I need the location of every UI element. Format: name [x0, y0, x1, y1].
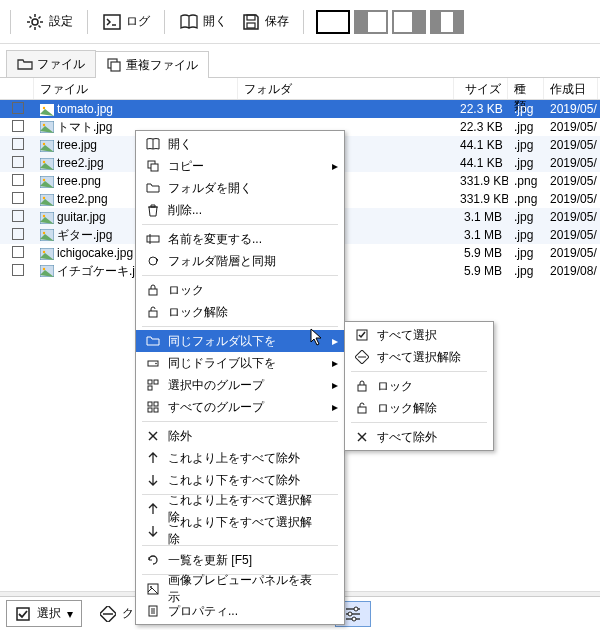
svg-rect-45 [148, 386, 152, 390]
tab-duplicates[interactable]: 重複ファイル [95, 51, 209, 78]
ctx-same-folder[interactable]: 同じフォルダ以下を▸ [136, 330, 344, 352]
ctx-lock[interactable]: ロック [136, 279, 344, 301]
book-icon [142, 137, 164, 151]
svg-point-42 [155, 363, 157, 365]
log-button[interactable]: ログ [96, 8, 156, 36]
svg-rect-14 [111, 62, 120, 71]
file-name: tomato.jpg [57, 102, 113, 116]
file-size: 5.9 MB [454, 263, 508, 279]
ctx-desel-below[interactable]: これより下をすべて選択解除 [136, 520, 344, 542]
row-checkbox[interactable] [12, 120, 24, 132]
folder-icon [17, 57, 33, 71]
chevron-right-icon: ▸ [332, 159, 338, 173]
ctx-sel-group[interactable]: 選択中のグループ▸ [136, 374, 344, 396]
save-icon [241, 12, 261, 32]
ctx-refresh[interactable]: 一覧を更新 [F5] [136, 549, 344, 571]
col-type[interactable]: 種類 [508, 78, 544, 99]
file-type: .jpg [508, 155, 544, 171]
view-mode-buttons [316, 10, 464, 34]
arrow-up-icon [142, 451, 164, 465]
image-file-icon [40, 248, 54, 260]
file-type: .jpg [508, 245, 544, 261]
unlock-icon [351, 401, 373, 415]
svg-point-24 [43, 179, 45, 181]
chevron-down-icon: ▾ [67, 607, 73, 621]
row-checkbox[interactable] [12, 246, 24, 258]
svg-rect-47 [154, 402, 158, 406]
groups-icon [142, 400, 164, 414]
ctx-preview[interactable]: 画像プレビューパネルを表示 [136, 578, 344, 600]
ctx-unlock[interactable]: ロック解除 [136, 301, 344, 323]
svg-point-22 [43, 161, 45, 163]
col-date[interactable]: 作成日 [544, 78, 598, 99]
sub-unlock[interactable]: ロック解除 [345, 397, 493, 419]
ctx-open-folder[interactable]: フォルダを開く [136, 177, 344, 199]
ctx-copy[interactable]: コピー▸ [136, 155, 344, 177]
file-type: .png [508, 191, 544, 207]
col-folder[interactable]: フォルダ [238, 78, 454, 99]
file-size: 44.1 KB [454, 155, 508, 171]
ctx-rename[interactable]: 名前を変更する... [136, 228, 344, 250]
svg-point-34 [43, 268, 45, 270]
svg-point-28 [43, 215, 45, 217]
col-size[interactable]: サイズ [454, 78, 508, 99]
context-submenu: すべて選択 すべて選択解除 ロック ロック解除 すべて除外 [344, 321, 494, 451]
col-file[interactable]: ファイル [34, 78, 238, 99]
ctx-excl-below[interactable]: これより下をすべて除外 [136, 469, 344, 491]
log-label: ログ [126, 13, 150, 30]
view-split-left-button[interactable] [354, 10, 388, 34]
folder-icon [142, 334, 164, 348]
ctx-excl-above[interactable]: これより上をすべて除外 [136, 447, 344, 469]
svg-rect-12 [247, 23, 255, 28]
row-checkbox[interactable] [12, 138, 24, 150]
file-date: 2019/05/ [544, 137, 598, 153]
drive-icon [142, 356, 164, 370]
ctx-sync[interactable]: フォルダ階層と同期 [136, 250, 344, 272]
uncheck-icon [351, 350, 373, 364]
ctx-all-groups[interactable]: すべてのグループ▸ [136, 396, 344, 418]
ctx-same-drive[interactable]: 同じドライブ以下を▸ [136, 352, 344, 374]
file-type: .jpg [508, 263, 544, 279]
settings-label: 設定 [49, 13, 73, 30]
svg-rect-39 [149, 289, 157, 295]
image-icon [142, 582, 164, 596]
toolbar: 設定 ログ 開く 保存 [0, 0, 600, 44]
row-checkbox[interactable] [12, 192, 24, 204]
table-row[interactable]: tomato.jpg22.3 KB.jpg2019/05/ [0, 100, 600, 118]
sub-deselect-all[interactable]: すべて選択解除 [345, 346, 493, 368]
row-checkbox[interactable] [12, 174, 24, 186]
row-checkbox[interactable] [12, 228, 24, 240]
sub-exclude-all[interactable]: すべて除外 [345, 426, 493, 448]
sliders-icon [344, 606, 362, 622]
properties-icon [142, 604, 164, 618]
select-button[interactable]: 選択 ▾ [6, 600, 82, 627]
col-checkbox[interactable] [0, 78, 34, 99]
ctx-props[interactable]: プロパティ... [136, 600, 344, 622]
svg-rect-43 [148, 380, 152, 384]
svg-line-7 [30, 25, 32, 27]
svg-point-0 [32, 19, 38, 25]
row-checkbox[interactable] [12, 264, 24, 276]
svg-rect-44 [154, 380, 158, 384]
sub-lock[interactable]: ロック [345, 375, 493, 397]
ctx-exclude[interactable]: 除外 [136, 425, 344, 447]
tab-file[interactable]: ファイル [6, 50, 96, 77]
file-date: 2019/05/ [544, 155, 598, 171]
sub-select-all[interactable]: すべて選択 [345, 324, 493, 346]
view-single-button[interactable] [316, 10, 350, 34]
open-button[interactable]: 開く [173, 8, 233, 36]
row-checkbox[interactable] [12, 102, 24, 114]
image-file-icon [40, 176, 54, 188]
settings-button[interactable]: 設定 [19, 8, 79, 36]
ctx-open[interactable]: 開く [136, 133, 344, 155]
save-button[interactable]: 保存 [235, 8, 295, 36]
ctx-delete[interactable]: 削除... [136, 199, 344, 221]
view-split-right-button[interactable] [392, 10, 426, 34]
file-date: 2019/05/ [544, 227, 598, 243]
image-file-icon [40, 212, 54, 224]
view-split-both-button[interactable] [430, 10, 464, 34]
chevron-right-icon: ▸ [332, 356, 338, 370]
image-file-icon [40, 194, 54, 206]
row-checkbox[interactable] [12, 210, 24, 222]
row-checkbox[interactable] [12, 156, 24, 168]
